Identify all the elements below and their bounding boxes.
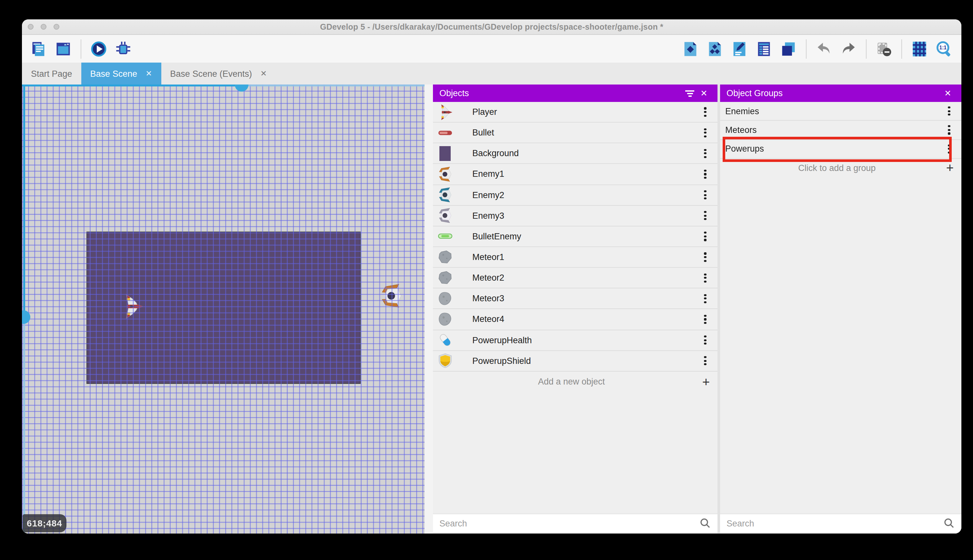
undo-button[interactable] [814, 39, 834, 58]
bullet-red-icon [437, 124, 453, 141]
screen: GDevelop 5 - /Users/dkarakay/Documents/G… [0, 0, 973, 560]
kebab-menu-icon[interactable] [946, 107, 952, 116]
plus-icon[interactable]: + [702, 375, 710, 388]
object-row-enemy3[interactable]: Enemy3 [433, 205, 718, 226]
enemy-orange-icon [437, 166, 453, 183]
objects-editor-button[interactable] [681, 39, 700, 58]
tab-base-scene[interactable]: Base Scene✕ [81, 63, 161, 85]
tab-start-page[interactable]: Start Page [22, 63, 81, 85]
kebab-menu-icon[interactable] [702, 149, 708, 158]
window-title: GDevelop 5 - /Users/dkarakay/Documents/G… [320, 22, 663, 31]
meteor-a-icon [437, 249, 453, 265]
redo-button[interactable] [839, 39, 858, 58]
object-row-enemy1[interactable]: Enemy1 [433, 164, 718, 185]
object-row-meteor2[interactable]: Meteor2 [433, 268, 718, 288]
group-row-meteors[interactable]: Meteors [720, 121, 961, 140]
object-label: Meteor4 [472, 315, 702, 324]
grid-button[interactable] [910, 39, 929, 58]
shield-icon [437, 353, 453, 369]
scene-canvas[interactable]: 618;484 [22, 85, 425, 533]
kebab-menu-icon[interactable] [702, 315, 708, 324]
gdevelop-window: GDevelop 5 - /Users/dkarakay/Documents/G… [22, 19, 961, 533]
kebab-menu-icon[interactable] [702, 190, 708, 200]
debug-button[interactable] [113, 39, 133, 58]
group-row-enemies[interactable]: Enemies [720, 102, 961, 121]
project-manager-icon [30, 40, 47, 57]
kebab-menu-icon[interactable] [702, 294, 708, 303]
object-row-player[interactable]: Player [433, 102, 718, 123]
object-row-meteor4[interactable]: Meteor4 [433, 309, 718, 330]
close-tab-icon[interactable]: ✕ [260, 70, 267, 77]
object-row-powerupshield[interactable]: PowerupShield [433, 351, 718, 371]
close-object-groups-panel-icon[interactable]: ✕ [941, 89, 955, 97]
player-instance-sprite[interactable] [121, 290, 144, 323]
kebab-menu-icon[interactable] [946, 125, 952, 135]
add-group-row[interactable]: Click to add a group + [720, 159, 961, 177]
objects-search-bar [433, 513, 718, 532]
groups-search-input[interactable] [726, 518, 943, 528]
plus-icon[interactable]: + [946, 162, 954, 175]
zoom-1-1-button[interactable] [934, 39, 954, 58]
play-button[interactable] [89, 39, 108, 58]
properties-button[interactable] [730, 39, 749, 58]
canvas-panel-divider[interactable] [425, 85, 433, 533]
vertical-scrollbar-handle[interactable] [22, 310, 30, 324]
close-objects-panel-icon[interactable]: ✕ [697, 89, 711, 97]
object-row-poweruphealth[interactable]: PowerupHealth [433, 330, 718, 351]
object-row-bullet[interactable]: Bullet [433, 123, 718, 143]
scene-window-button[interactable] [53, 39, 73, 58]
close-window-button[interactable] [28, 24, 33, 30]
add-object-row[interactable]: Add a new object + [433, 372, 718, 392]
enemy-instance-sprite[interactable] [379, 281, 404, 311]
tab-label: Base Scene (Events) [170, 69, 252, 78]
panels-divider[interactable] [718, 85, 720, 533]
enemy-gray-icon [437, 207, 453, 224]
kebab-menu-icon[interactable] [702, 273, 708, 283]
debug-icon [115, 40, 132, 57]
object-row-bulletenemy[interactable]: BulletEnemy [433, 227, 718, 247]
search-icon[interactable] [700, 517, 711, 529]
player-ship-icon [437, 103, 453, 120]
object-row-background[interactable]: Background [433, 143, 718, 164]
toolbar-separator [81, 39, 81, 58]
close-tab-icon[interactable]: ✕ [145, 70, 152, 77]
object-row-meteor3[interactable]: Meteor3 [433, 289, 718, 309]
object-label: Meteor3 [472, 294, 702, 303]
kebab-menu-icon[interactable] [702, 335, 708, 345]
object-row-meteor1[interactable]: Meteor1 [433, 247, 718, 268]
scene-window-icon [55, 40, 72, 57]
minimize-window-button[interactable] [41, 24, 47, 30]
kebab-menu-icon[interactable] [702, 107, 708, 117]
object-label: Enemy3 [472, 211, 702, 221]
toolbar-separator [901, 39, 902, 58]
object-label: Bullet [472, 128, 702, 137]
horizontal-scrollbar-fill [22, 85, 241, 86]
kebab-menu-icon[interactable] [702, 170, 708, 179]
layers-button[interactable] [779, 39, 798, 58]
object-row-enemy2[interactable]: Enemy2 [433, 185, 718, 205]
objects-editor-icon [682, 40, 699, 57]
group-row-powerups[interactable]: Powerups [720, 140, 961, 159]
main-toolbar [22, 35, 961, 63]
object-groups-editor-button[interactable] [705, 39, 725, 58]
kebab-menu-icon[interactable] [702, 232, 708, 241]
search-icon[interactable] [943, 517, 955, 529]
object-groups-panel-header: Object Groups ✕ [720, 85, 961, 102]
kebab-menu-icon[interactable] [946, 144, 952, 153]
tab-base-scene-events-[interactable]: Base Scene (Events)✕ [161, 63, 276, 85]
maximize-window-button[interactable] [53, 24, 59, 30]
meteor-a-icon [437, 269, 453, 286]
filter-icon[interactable] [683, 89, 697, 98]
horizontal-scrollbar-handle[interactable] [235, 85, 248, 92]
groups-search-bar [720, 513, 961, 532]
kebab-menu-icon[interactable] [702, 253, 708, 262]
kebab-menu-icon[interactable] [702, 128, 708, 137]
kebab-menu-icon[interactable] [702, 211, 708, 220]
kebab-menu-icon[interactable] [702, 356, 708, 365]
objects-list: PlayerBulletBackgroundEnemy1Enemy2Enemy3… [433, 102, 718, 372]
mask-button[interactable] [874, 39, 894, 58]
traffic-lights [28, 19, 59, 34]
project-manager-button[interactable] [29, 39, 48, 58]
objects-search-input[interactable] [440, 518, 700, 528]
instances-list-button[interactable] [754, 39, 774, 58]
